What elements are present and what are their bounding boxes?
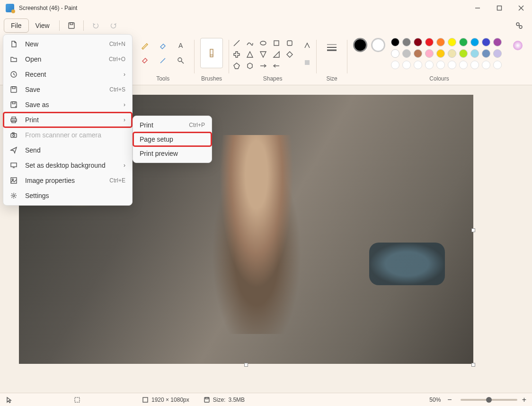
color-swatch[interactable] <box>448 49 456 58</box>
statusbar: 1920 × 1080px Size: 3.5MB 50% − + <box>0 393 532 406</box>
file-tab[interactable]: File <box>4 18 29 33</box>
color-swatch[interactable] <box>402 49 411 58</box>
color-swatch[interactable] <box>459 61 468 69</box>
shape-outline-button[interactable] <box>300 38 315 53</box>
svg-rect-32 <box>11 87 17 92</box>
shapes-grid[interactable] <box>231 38 296 71</box>
color-swatch[interactable] <box>414 61 422 69</box>
file-menu-open[interactable]: OpenCtrl+O <box>3 52 132 67</box>
color-swatch[interactable] <box>391 49 399 58</box>
brushes-group: Brushes <box>196 37 227 85</box>
file-menu-save-as[interactable]: Save as› <box>3 97 132 112</box>
file-menu-set-as-desktop-background[interactable]: Set as desktop background› <box>3 158 132 173</box>
color-swatch[interactable] <box>414 49 422 58</box>
color-swatch[interactable] <box>402 61 411 69</box>
colours-label: Colours <box>429 75 449 84</box>
color-swatch[interactable] <box>448 61 456 69</box>
file-menu-print[interactable]: Print› <box>3 112 132 127</box>
color-swatch[interactable] <box>482 38 490 46</box>
menu-label: From scannner or camera <box>25 131 101 139</box>
size-button[interactable] <box>322 38 341 57</box>
color-swatch[interactable] <box>482 49 490 58</box>
color-swatch[interactable] <box>436 49 445 58</box>
color-palette[interactable] <box>391 38 503 70</box>
pencil-tool[interactable] <box>137 38 152 53</box>
save-quick-button[interactable] <box>62 18 80 33</box>
resize-handle-right[interactable] <box>471 228 475 232</box>
zoom-out-button[interactable]: − <box>447 396 452 404</box>
color-2[interactable] <box>371 38 385 52</box>
maximize-button[interactable] <box>488 0 510 16</box>
file-menu-new[interactable]: NewCtrl+N <box>3 36 132 52</box>
zoom-slider[interactable] <box>461 399 517 401</box>
text-tool[interactable]: A <box>173 38 188 53</box>
redo-button[interactable] <box>105 18 123 33</box>
svg-point-10 <box>178 58 182 62</box>
color-swatch[interactable] <box>414 38 422 46</box>
color-swatch[interactable] <box>436 61 445 69</box>
color-swatch[interactable] <box>493 49 502 58</box>
resize-handle-bottom[interactable] <box>244 363 248 367</box>
window-title: Screenshot (46) - Paint <box>19 5 77 11</box>
svg-rect-50 <box>205 397 208 399</box>
print-submenu-print[interactable]: PrintCtrl+P <box>133 118 212 132</box>
fill-tool[interactable] <box>137 53 152 68</box>
svg-rect-16 <box>287 41 292 45</box>
close-button[interactable] <box>510 0 532 16</box>
svg-point-14 <box>260 41 266 45</box>
menu-shortcut: Ctrl+E <box>109 177 125 184</box>
color-swatch[interactable] <box>459 38 468 46</box>
svg-rect-38 <box>12 121 16 123</box>
color-swatch[interactable] <box>470 38 479 46</box>
color-swatch[interactable] <box>493 61 502 69</box>
svg-rect-35 <box>12 102 15 104</box>
magnifier-tool[interactable] <box>173 53 188 68</box>
shape-fill-button[interactable] <box>300 55 315 70</box>
minimize-button[interactable] <box>467 0 488 16</box>
svg-point-30 <box>513 41 523 50</box>
picker-tool[interactable] <box>155 53 170 68</box>
print-submenu-print-preview[interactable]: Print preview <box>133 146 212 161</box>
desktop-icon <box>10 162 18 169</box>
color-swatch[interactable] <box>448 38 456 46</box>
divider <box>59 20 60 31</box>
color-swatch[interactable] <box>425 49 434 58</box>
color-swatch[interactable] <box>470 49 479 58</box>
color-swatch[interactable] <box>391 38 399 46</box>
color-swatch[interactable] <box>402 38 411 46</box>
file-menu-send[interactable]: Send <box>3 143 132 158</box>
file-menu-save[interactable]: SaveCtrl+S <box>3 82 132 97</box>
colours-group: Colours <box>349 37 529 85</box>
gear-icon <box>10 192 18 199</box>
shapes-group: Shapes <box>231 37 314 85</box>
color-1[interactable] <box>353 38 367 52</box>
file-menu-settings[interactable]: Settings <box>3 188 132 203</box>
color-swatch[interactable] <box>470 61 479 69</box>
view-tab[interactable]: View <box>29 19 56 32</box>
brushes-button[interactable] <box>200 38 223 68</box>
svg-marker-20 <box>274 52 279 57</box>
color-swatch[interactable] <box>425 38 434 46</box>
folder-icon <box>10 55 18 63</box>
dimensions-value: 1920 × 1080px <box>151 397 189 403</box>
color-swatch[interactable] <box>493 38 502 46</box>
menu-label: New <box>25 40 38 48</box>
file-menu-recent[interactable]: Recent› <box>3 67 132 82</box>
svg-rect-5 <box>70 23 73 25</box>
color-swatch[interactable] <box>436 38 445 46</box>
file-menu-image-properties[interactable]: Image propertiesCtrl+E <box>3 173 132 188</box>
divider <box>83 20 84 31</box>
undo-button[interactable] <box>87 18 105 33</box>
eraser-tool[interactable] <box>155 38 170 53</box>
color-swatch[interactable] <box>425 61 434 69</box>
color-swatch[interactable] <box>482 61 490 69</box>
print-submenu-page-setup[interactable]: Page setup <box>133 132 212 146</box>
color-swatch[interactable] <box>391 61 399 69</box>
settings-icon[interactable] <box>510 18 528 33</box>
resize-handle-corner[interactable] <box>471 363 475 367</box>
zoom-in-button[interactable]: + <box>522 396 526 404</box>
titlebar: Screenshot (46) - Paint <box>0 0 532 16</box>
edit-colors-button[interactable] <box>510 38 525 53</box>
color-swatch[interactable] <box>459 49 468 58</box>
brushes-label: Brushes <box>201 75 222 84</box>
